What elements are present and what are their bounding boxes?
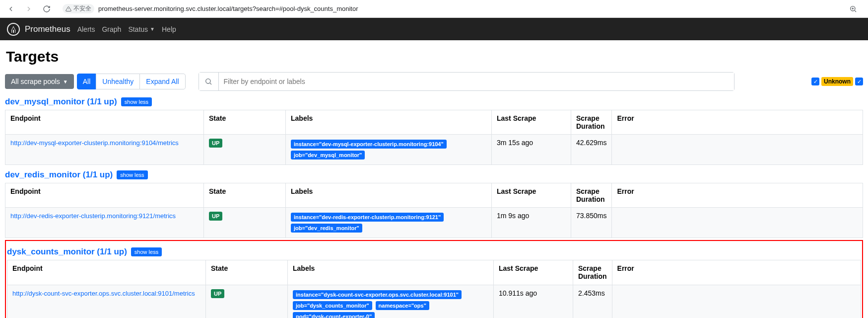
- col-scrape-duration: ScrapeDuration: [573, 260, 612, 285]
- table-row: http://dev-mysql-exporter-clusterip.moni…: [5, 135, 863, 165]
- duration-value: 73.850ms: [571, 208, 612, 238]
- col-error: Error: [612, 183, 863, 208]
- label-pill: job="dysk_counts_monitor": [293, 301, 372, 310]
- state-badge: UP: [209, 139, 222, 148]
- filter-unhealthy[interactable]: Unhealthy: [96, 74, 140, 89]
- brand-text: Prometheus: [25, 24, 70, 34]
- col-last-scrape: Last Scrape: [494, 260, 573, 285]
- error-value: [612, 208, 863, 238]
- unknown-badge: Unknown: [821, 77, 853, 86]
- col-endpoint: Endpoint: [7, 260, 206, 285]
- pool-title-link[interactable]: dev_redis_monitor (1/1 up): [5, 170, 113, 180]
- filter-all[interactable]: All: [77, 74, 97, 89]
- show-less-button[interactable]: show less: [117, 170, 147, 179]
- col-endpoint: Endpoint: [5, 183, 204, 208]
- nav-status[interactable]: Status▼: [128, 25, 155, 33]
- label-pill: instance="dev-mysql-exporter-clusterip.m…: [291, 140, 447, 149]
- checkbox-checked[interactable]: ✓: [811, 78, 819, 85]
- health-filter-group: All Unhealthy Expand All: [77, 74, 186, 89]
- last-scrape-value: 1m 9s ago: [492, 208, 571, 238]
- url-bar[interactable]: 不安全 prometheus-server.monitoring.svc.clu…: [58, 2, 842, 16]
- col-labels: Labels: [286, 183, 492, 208]
- col-error: Error: [612, 110, 863, 135]
- brand[interactable]: Prometheus: [7, 23, 70, 36]
- label-pill: job="dev_mysql_monitor": [291, 151, 365, 159]
- scrape-pool-selector[interactable]: All scrape pools ▼: [5, 74, 74, 89]
- last-scrape-value: 3m 15s ago: [492, 135, 571, 165]
- toolbar: All scrape pools ▼ All Unhealthy Expand …: [5, 72, 863, 91]
- browser-chrome: 不安全 prometheus-server.monitoring.svc.clu…: [0, 0, 868, 18]
- status-filter-badges: ✓ Unknown ✓: [811, 77, 863, 86]
- col-state: State: [204, 183, 286, 208]
- label-pill: instance="dysk-count-svc-exporter.ops.sv…: [293, 290, 462, 299]
- show-less-button[interactable]: show less: [131, 247, 162, 256]
- col-scrape-duration: ScrapeDuration: [571, 110, 612, 135]
- targets-table: Endpoint State Labels Last Scrape Scrape…: [5, 183, 863, 238]
- reload-button[interactable]: [40, 2, 54, 16]
- col-scrape-duration: ScrapeDuration: [571, 183, 612, 208]
- security-label: 不安全: [73, 4, 91, 13]
- table-row: http://dysk-count-svc-exporter.ops.svc.c…: [7, 285, 861, 318]
- col-state: State: [204, 110, 286, 135]
- insecure-icon: 不安全: [63, 4, 94, 13]
- nav-alerts[interactable]: Alerts: [77, 25, 95, 33]
- nav-graph[interactable]: Graph: [102, 25, 121, 33]
- label-pill: instance="dev-redis-exporter-clusterip.m…: [291, 213, 444, 222]
- targets-table: Endpoint State Labels Last Scrape Scrape…: [7, 260, 861, 318]
- svg-point-4: [206, 79, 210, 83]
- duration-value: 42.629ms: [571, 135, 612, 165]
- table-row: http://dev-redis-exporter-clusterip.moni…: [5, 208, 863, 238]
- label-pill: job="dev_redis_monitor": [291, 224, 362, 233]
- endpoint-link[interactable]: http://dev-redis-exporter-clusterip.moni…: [10, 212, 176, 220]
- endpoint-link[interactable]: http://dysk-count-svc-exporter.ops.svc.c…: [12, 290, 195, 297]
- error-value: [612, 135, 863, 165]
- label-pill: namespace="ops": [376, 301, 429, 310]
- pool-title-link[interactable]: dysk_counts_monitor (1/1 up): [7, 247, 127, 257]
- col-state: State: [206, 260, 288, 285]
- nav-help[interactable]: Help: [162, 25, 176, 33]
- back-button[interactable]: [4, 2, 18, 16]
- duration-value: 2.453ms: [573, 285, 612, 318]
- show-less-button[interactable]: show less: [121, 97, 152, 106]
- last-scrape-value: 10.911s ago: [494, 285, 573, 318]
- label-pill: pod="dysk-count-exporter-0": [293, 312, 375, 318]
- col-last-scrape: Last Scrape: [492, 110, 571, 135]
- state-badge: UP: [209, 212, 222, 221]
- filter-input[interactable]: [219, 73, 734, 90]
- search-icon: [199, 73, 219, 90]
- col-last-scrape: Last Scrape: [492, 183, 571, 208]
- expand-all-button[interactable]: Expand All: [139, 74, 185, 89]
- error-value: [612, 285, 861, 318]
- svg-line-1: [855, 10, 856, 12]
- endpoint-link[interactable]: http://dev-mysql-exporter-clusterip.moni…: [10, 139, 179, 147]
- app-navbar: Prometheus Alerts Graph Status▼ Help: [0, 18, 868, 40]
- checkbox-checked[interactable]: ✓: [855, 78, 863, 85]
- svg-line-5: [210, 83, 211, 84]
- chevron-down-icon: ▼: [63, 79, 68, 84]
- col-error: Error: [612, 260, 861, 285]
- forward-button[interactable]: [22, 2, 36, 16]
- pool-title-link[interactable]: dev_mysql_monitor (1/1 up): [5, 97, 117, 107]
- col-endpoint: Endpoint: [5, 110, 204, 135]
- url-text: prometheus-server.monitoring.svc.cluster…: [98, 5, 358, 12]
- prometheus-logo-icon: [7, 23, 20, 36]
- chevron-down-icon: ▼: [150, 26, 155, 32]
- page-title: Targets: [6, 48, 862, 65]
- state-badge: UP: [211, 289, 224, 298]
- targets-table: Endpoint State Labels Last Scrape Scrape…: [5, 110, 863, 165]
- zoom-icon[interactable]: [846, 2, 860, 16]
- col-labels: Labels: [288, 260, 494, 285]
- col-labels: Labels: [286, 110, 492, 135]
